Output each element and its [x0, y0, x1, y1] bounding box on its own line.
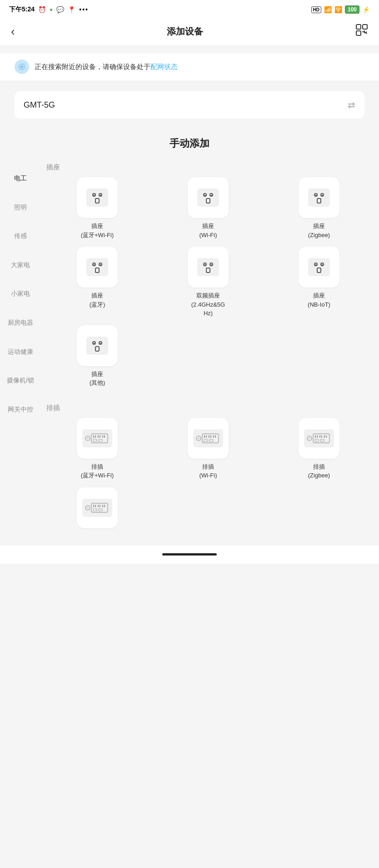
sidebar-item-lighting[interactable]: 照明 — [0, 193, 41, 222]
green-icon: ● — [50, 6, 53, 13]
page-title: 添加设备 — [167, 25, 203, 38]
device-socket-wifi[interactable]: 插座(Wi-Fi) — [155, 177, 261, 239]
signal-icon: 📶 — [324, 6, 332, 13]
device-strip-zigbee[interactable]: 排插(Zigbee) — [266, 418, 372, 480]
svg-point-49 — [87, 437, 89, 439]
notice-icon — [15, 60, 29, 74]
svg-point-61 — [198, 437, 199, 439]
svg-rect-17 — [308, 188, 330, 207]
svg-rect-5 — [86, 188, 108, 207]
time: 下午5:24 — [9, 5, 35, 14]
sidebar-item-electrical[interactable]: 电工 — [0, 164, 41, 193]
strip-gateway-icon-box — [77, 487, 118, 528]
status-bar: 下午5:24 ⏰ ● 💬 📍 ••• HD 📶 🛜 100 ⚡ — [0, 0, 379, 17]
device-socket-bt[interactable]: 插座(蓝牙) — [45, 247, 150, 318]
loc-icon: 📍 — [68, 6, 75, 13]
device-socket-dual[interactable]: 双频插座(2.4GHz&5GHz) — [155, 247, 261, 318]
strip-bt-wifi-icon-box — [77, 418, 118, 459]
svg-rect-0 — [356, 25, 361, 29]
socket-grid-2: 插座(蓝牙) 双频插座(2.4GHz&5GHz) — [41, 247, 375, 325]
socket-bt-wifi-icon-box — [77, 177, 118, 218]
device-strip-bt-wifi[interactable]: 排插(蓝牙+Wi-Fi) — [45, 418, 150, 480]
more-icon: ••• — [79, 6, 89, 13]
device-socket-other[interactable]: 插座(其他) — [45, 325, 150, 387]
device-socket-zigbee[interactable]: 插座(Zigbee) — [266, 177, 372, 239]
wifi-status-icon: 🛜 — [334, 6, 342, 13]
category-strip-label: 排插 — [41, 395, 375, 418]
sidebar-item-sports[interactable]: 运动健康 — [0, 337, 41, 367]
socket-wifi-icon-box — [188, 177, 229, 218]
notice-text: 正在搜索附近的设备，请确保设备处于配网状态 — [35, 63, 364, 71]
socket-zigbee-icon-box — [299, 177, 339, 218]
socket-bt-label: 插座(蓝牙) — [90, 291, 105, 309]
strip-zigbee-label: 排插(Zigbee) — [308, 462, 330, 480]
socket-zigbee-label: 插座(Zigbee) — [308, 222, 330, 239]
svg-rect-35 — [308, 258, 330, 276]
sidebar-item-sensor[interactable]: 传感 — [0, 222, 41, 251]
socket-nbiot-label: 插座(NB-IoT) — [308, 291, 330, 309]
sidebar-item-small-appliance[interactable]: 小家电 — [0, 279, 41, 308]
socket-nbiot-icon-box — [299, 247, 339, 288]
sidebar-item-gateway[interactable]: 网关中控 — [0, 395, 41, 424]
nav-bar: ‹ 添加设备 — [0, 17, 379, 46]
strip-wifi-label: 排插(Wi-Fi) — [199, 462, 217, 480]
device-strip-wifi[interactable]: 排插(Wi-Fi) — [155, 418, 261, 480]
socket-bt-icon-box — [77, 247, 118, 288]
strip-zigbee-icon-box — [299, 418, 339, 459]
category-socket-label: 插座 — [41, 159, 375, 177]
search-notice: 正在搜索附近的设备，请确保设备处于配网状态 — [7, 53, 372, 80]
manual-add-title: 手动添加 — [0, 124, 379, 159]
scan-button[interactable] — [354, 22, 370, 41]
sidebar-item-kitchen[interactable]: 厨房电器 — [0, 308, 41, 337]
svg-rect-1 — [363, 25, 367, 29]
gateway-grid — [41, 487, 375, 546]
device-strip-gateway[interactable] — [45, 487, 150, 532]
socket-grid-1: 插座(蓝牙+Wi-Fi) 插座(Wi-Fi) — [41, 177, 375, 247]
svg-rect-11 — [197, 188, 219, 207]
wifi-switch-icon[interactable]: ⇄ — [348, 99, 355, 110]
strip-wifi-icon-box — [188, 418, 229, 459]
sidebar-item-camera[interactable]: 摄像机/锁 — [0, 366, 41, 395]
svg-rect-23 — [86, 258, 108, 276]
socket-bt-wifi-label: 插座(蓝牙+Wi-Fi) — [81, 222, 114, 239]
socket-dual-icon-box — [188, 247, 229, 288]
battery-icon: 100 — [345, 5, 359, 14]
hd-badge: HD — [311, 6, 321, 13]
strip-grid: 排插(蓝牙+Wi-Fi) — [41, 418, 375, 487]
main-content: 插座 插座(蓝牙+Wi-Fi) — [41, 159, 379, 546]
home-indicator — [162, 553, 217, 556]
wifi-card[interactable]: GMT-5G ⇄ — [15, 91, 364, 119]
svg-point-85 — [87, 507, 89, 508]
socket-other-label: 插座(其他) — [90, 370, 105, 387]
notice-link[interactable]: 配网状态 — [150, 63, 178, 70]
msg-icon: 💬 — [56, 6, 64, 13]
svg-point-73 — [309, 437, 310, 439]
wifi-name: GMT-5G — [24, 100, 55, 110]
content-area: 电工 照明 传感 大家电 小家电 厨房电器 运动健康 摄像机/锁 网关中控 插座 — [0, 159, 379, 546]
socket-wifi-label: 插座(Wi-Fi) — [199, 222, 217, 239]
svg-rect-29 — [197, 258, 219, 276]
sidebar: 电工 照明 传感 大家电 小家电 厨房电器 运动健康 摄像机/锁 网关中控 — [0, 159, 41, 546]
device-socket-nbiot[interactable]: 插座(NB-IoT) — [266, 247, 372, 318]
charging-icon: ⚡ — [362, 6, 370, 13]
bottom-bar — [0, 546, 379, 564]
svg-rect-41 — [86, 337, 108, 355]
svg-point-4 — [21, 66, 23, 68]
svg-rect-2 — [356, 31, 361, 35]
back-button[interactable]: ‹ — [9, 23, 17, 40]
device-socket-bt-wifi[interactable]: 插座(蓝牙+Wi-Fi) — [45, 177, 150, 239]
alarm-icon: ⏰ — [38, 6, 46, 13]
socket-dual-label: 双频插座(2.4GHz&5GHz) — [191, 291, 225, 318]
socket-grid-3: 插座(其他) — [41, 325, 375, 395]
strip-bt-wifi-label: 排插(蓝牙+Wi-Fi) — [81, 462, 114, 480]
sidebar-item-appliance[interactable]: 大家电 — [0, 251, 41, 280]
socket-other-icon-box — [77, 325, 118, 366]
